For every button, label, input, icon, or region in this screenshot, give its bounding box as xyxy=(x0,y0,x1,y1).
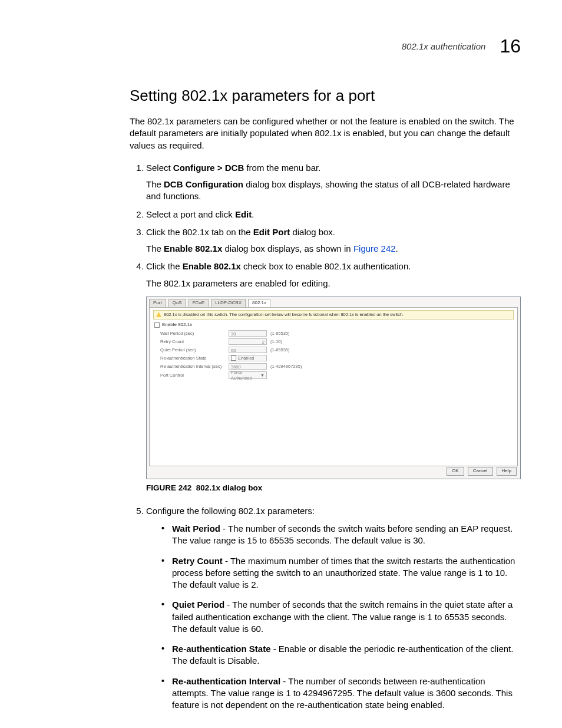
param-name: Re-authentication State xyxy=(172,644,271,654)
reauth-state-value: Enabled xyxy=(238,355,254,361)
step-2: Select a port and click Edit. xyxy=(146,209,521,220)
step-sub: The 802.1x parameters are enabled for ed… xyxy=(146,278,521,289)
retry-count-input[interactable]: 2 xyxy=(229,338,267,345)
enable-8021x-row: Enable 802.1x xyxy=(154,322,513,328)
step-text: check box to enable 802.1x authenticatio… xyxy=(241,261,411,271)
warning-icon xyxy=(156,312,161,317)
param-retry-count: Retry Count - The maximum number of time… xyxy=(159,555,521,591)
step-text: dialog box. xyxy=(290,227,335,237)
param-wait-period: Wait Period - The number of seconds the … xyxy=(159,523,521,547)
tab-fcoe[interactable]: FCoE xyxy=(189,299,209,307)
step-sub: The Enable 802.1x dialog box displays, a… xyxy=(146,243,521,255)
intro-paragraph: The 802.1x parameters can be configured … xyxy=(130,116,521,151)
header-section-label: 802.1x authentication xyxy=(402,41,486,51)
port-control-value: Force Authorized xyxy=(231,370,260,381)
dialog-name: Edit Port xyxy=(253,227,290,237)
quiet-period-label: Quiet Period (sec) xyxy=(160,347,225,353)
step-text: Select a port and click xyxy=(146,209,235,219)
reauth-interval-label: Re-authentication Interval (sec) xyxy=(160,364,225,370)
param-desc: - The maximum number of times that the s… xyxy=(172,556,515,590)
step-1: Select Configure > DCB from the menu bar… xyxy=(146,162,521,203)
page-header: 802.1x authentication 16 xyxy=(130,35,521,57)
port-control-select[interactable]: Force Authorized▼ xyxy=(229,371,267,379)
figure-link[interactable]: Figure 242 xyxy=(353,243,396,253)
page-content: 802.1x authentication 16 Setting 802.1x … xyxy=(0,0,562,728)
dialog-name: DCB Configuration xyxy=(164,179,243,189)
wait-period-range: (1-65535) xyxy=(270,331,323,337)
param-name: Wait Period xyxy=(172,523,220,533)
reauth-state-label: Re-authentication State xyxy=(160,355,225,361)
warning-text: 802.1x is disabled on this switch. The c… xyxy=(164,312,404,318)
step-text: dialog box displays, as shown in xyxy=(222,243,353,253)
step-text: The xyxy=(146,179,164,189)
help-button[interactable]: Help xyxy=(497,467,517,476)
port-control-label: Port Control xyxy=(160,373,225,378)
form-grid: Wait Period (sec) 30 (1-65535) Retry Cou… xyxy=(160,330,507,379)
figure-title: 802.1x dialog box xyxy=(196,483,263,492)
figure-caption: FIGURE 242 802.1x dialog box xyxy=(146,483,521,493)
section-title: Setting 802.1x parameters for a port xyxy=(130,87,521,105)
tab-port[interactable]: Port xyxy=(149,299,166,307)
param-desc: - The number of seconds the switch waits… xyxy=(172,523,513,545)
steps-list: Select Configure > DCB from the menu bar… xyxy=(130,162,521,711)
step-text: Configure the following 802.1x parameter… xyxy=(146,506,315,516)
checkbox-name: Enable 802.1x xyxy=(183,261,241,271)
wait-period-label: Wait Period (sec) xyxy=(160,331,225,337)
step-3: Click the 802.1x tab on the Edit Port di… xyxy=(146,226,521,255)
tab-qos[interactable]: QoS xyxy=(168,299,186,307)
step-text: . xyxy=(252,209,254,219)
reauth-state-checkbox[interactable]: Enabled xyxy=(229,355,267,361)
chevron-down-icon: ▼ xyxy=(260,373,265,378)
menu-path: Configure > DCB xyxy=(173,163,244,173)
step-text: Click the xyxy=(146,261,183,271)
param-quiet-period: Quiet Period - The number of seconds tha… xyxy=(159,599,521,635)
figure-label: FIGURE 242 xyxy=(146,483,191,492)
tab-lldp-dcbx[interactable]: LLDP-DCBX xyxy=(211,299,246,307)
reauth-interval-range: (1-4294967295) xyxy=(270,364,323,370)
dialog-screenshot: Port QoS FCoE LLDP-DCBX 802.1x 802.1x is… xyxy=(146,297,521,479)
tab-panel: 802.1x is disabled on this switch. The c… xyxy=(149,307,518,466)
quiet-period-input[interactable]: 60 xyxy=(229,347,267,353)
step-sub: The DCB Configuration dialog box display… xyxy=(146,179,521,203)
enable-8021x-checkbox[interactable] xyxy=(154,322,160,328)
step-text: Select xyxy=(146,163,173,173)
wait-period-input[interactable]: 30 xyxy=(229,330,267,337)
warning-bar: 802.1x is disabled on this switch. The c… xyxy=(153,310,514,319)
dialog-name: Enable 802.1x xyxy=(164,243,222,253)
parameter-list: Wait Period - The number of seconds the … xyxy=(159,523,521,711)
ok-button[interactable]: OK xyxy=(447,467,464,476)
step-text: Click the 802.1x tab on the xyxy=(146,227,253,237)
step-4: Click the Enable 802.1x check box to ena… xyxy=(146,261,521,493)
reauth-interval-input[interactable]: 3600 xyxy=(229,363,267,370)
param-reauth-interval: Re-authentication Interval - The number … xyxy=(159,676,521,711)
step-text: from the menu bar. xyxy=(244,163,320,173)
param-name: Quiet Period xyxy=(172,599,224,610)
chapter-number: 16 xyxy=(500,35,521,57)
tab-row: Port QoS FCoE LLDP-DCBX 802.1x xyxy=(147,297,520,307)
param-name: Re-authentication Interval xyxy=(172,676,280,686)
step-5: Configure the following 802.1x parameter… xyxy=(146,505,521,711)
button-name: Edit xyxy=(235,209,252,219)
checkbox-icon xyxy=(231,355,236,361)
retry-count-range: (1-10) xyxy=(270,339,323,345)
step-text: The xyxy=(146,243,164,253)
param-name: Retry Count xyxy=(172,556,223,566)
step-text: . xyxy=(396,243,398,253)
param-reauth-state: Re-authentication State - Enable or disa… xyxy=(159,643,521,667)
tab-8021x[interactable]: 802.1x xyxy=(248,299,270,307)
enable-8021x-label: Enable 802.1x xyxy=(162,322,192,328)
quiet-period-range: (1-65535) xyxy=(270,347,323,353)
retry-count-label: Retry Count xyxy=(160,339,225,345)
dialog-button-row: OK Cancel Help xyxy=(447,467,517,476)
cancel-button[interactable]: Cancel xyxy=(468,467,493,476)
